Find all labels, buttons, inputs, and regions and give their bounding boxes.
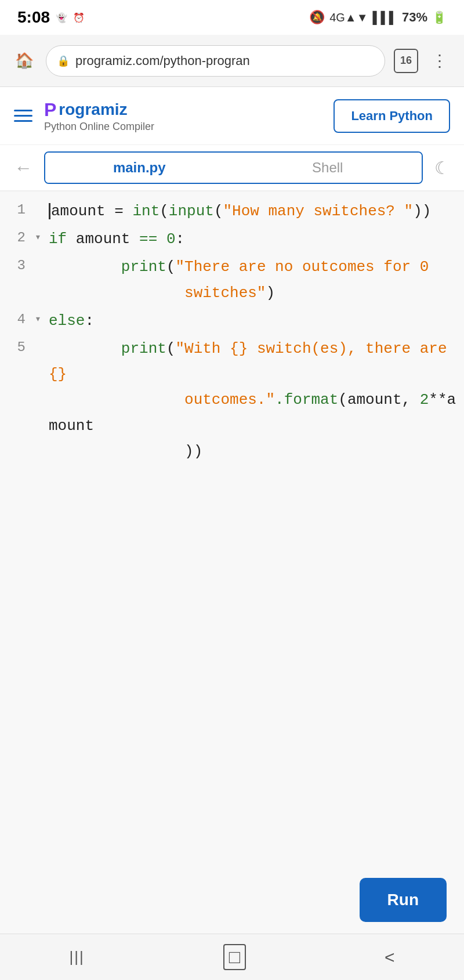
line-number-3: 3 [0,254,35,278]
code-line-5: 5 print("With {} switch(es), there are {… [0,335,464,465]
status-time: 5:08 [17,8,50,27]
nav-home-icon[interactable]: □ [223,944,246,970]
tab-shell[interactable]: Shell [234,153,422,183]
hamburger-menu[interactable] [14,110,32,122]
site-header: Programiz Python Online Compiler Learn P… [0,87,464,145]
battery-text: 73% [402,10,427,25]
tab-count[interactable]: 16 [394,49,418,73]
line-number-2: 2 [0,226,35,250]
lock-icon: 🔒 [57,55,70,67]
tabs-bar: ← main.py Shell ☾ [0,145,464,191]
learn-python-button[interactable]: Learn Python [334,99,450,133]
line-arrow-4: ▾ [35,308,49,328]
code-text-1: amount = int(input("How many switches? "… [49,198,464,224]
hamburger-line [14,110,32,111]
nav-menu-icon[interactable]: ||| [69,948,84,966]
run-button-container: Run [360,878,447,922]
code-text-3: print("There are no outcomes for 0 switc… [49,254,464,305]
line-arrow-5 [35,336,49,338]
wifi-bars-icon: ▌▌▌ [372,11,397,24]
clock-icon: ⏰ [73,12,85,23]
url-text: programiz.com/python-progran [75,53,374,68]
tabs-container: main.py Shell [44,151,423,184]
hamburger-line [14,120,32,122]
snapchat-icon: 👻 [56,12,67,23]
url-bar[interactable]: 🔒 programiz.com/python-progran [46,45,385,77]
code-text-2: if amount == 0: [49,226,464,252]
code-text-4: else: [49,308,464,334]
browser-menu-button[interactable]: ⋮ [427,51,452,70]
line-arrow-1 [35,198,49,201]
hamburger-line [14,115,32,117]
line-arrow-3 [35,254,49,256]
line-number-5: 5 [0,336,35,360]
back-button[interactable]: ← [14,157,32,179]
line-arrow-2: ▾ [35,226,49,247]
mute-icon: 🔕 [309,10,325,25]
browser-bar: 🏠 🔒 programiz.com/python-progran 16 ⋮ [0,35,464,87]
nav-back-icon[interactable]: < [385,948,395,967]
logo-text: Programiz [44,99,154,121]
home-icon: 🏠 [15,52,34,70]
logo-area: Programiz Python Online Compiler [44,99,154,133]
code-line-3: 3 print("There are no outcomes for 0 swi… [0,253,464,306]
logo-subtitle: Python Online Compiler [44,121,154,133]
battery-icon: 🔋 [432,10,447,24]
signal-icon: 4G▲▼ [329,11,368,24]
tab-main-py[interactable]: main.py [45,153,234,183]
code-content: 1 amount = int(input("How many switches?… [0,191,464,471]
code-line-4: 4 ▾ else: [0,307,464,335]
home-button[interactable]: 🏠 [12,48,37,74]
line-number-4: 4 [0,308,35,332]
status-bar: 5:08 👻 ⏰ 🔕 4G▲▼ ▌▌▌ 73% 🔋 [0,0,464,35]
code-text-5: print("With {} switch(es), there are {} … [49,336,464,464]
logo-name: rogramiz [59,100,127,119]
logo-p-letter: P [44,99,56,121]
dark-mode-icon[interactable]: ☾ [434,158,450,178]
run-button[interactable]: Run [360,878,447,922]
code-editor[interactable]: 1 amount = int(input("How many switches?… [0,191,464,934]
line-number-1: 1 [0,198,35,222]
code-line-1: 1 amount = int(input("How many switches?… [0,197,464,225]
bottom-nav: ||| □ < [0,934,464,980]
code-line-2: 2 ▾ if amount == 0: [0,225,464,253]
